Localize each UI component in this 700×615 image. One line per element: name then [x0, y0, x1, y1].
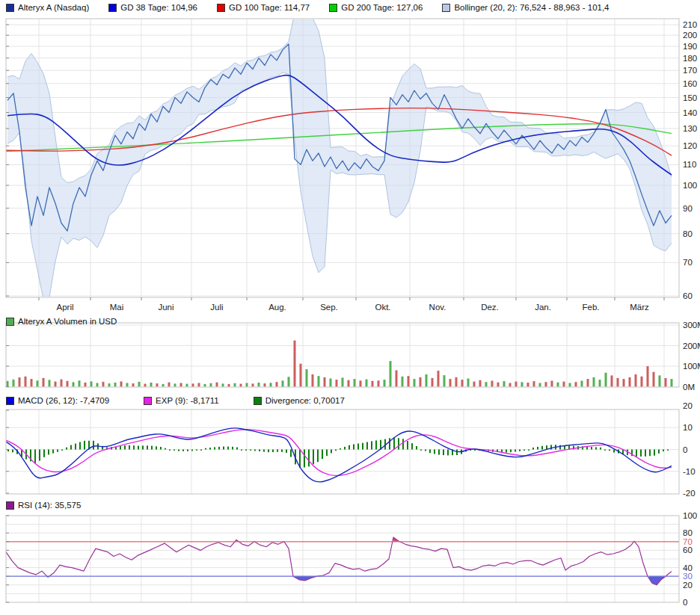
legend-label: MACD (26, 12): -7,4709 — [18, 396, 109, 405]
y-axis-tick-label: 170 — [683, 66, 697, 75]
y-axis-tick-label: 20 — [683, 581, 693, 590]
legend-label: GD 100 Tage: 114,77 — [229, 3, 310, 12]
legend-label: Divergence: 0,70017 — [265, 396, 345, 405]
legend-label: Alteryx A Volumen in USD — [18, 317, 117, 326]
y-axis-tick-label: -20 — [683, 489, 696, 498]
y-axis-tick-label: 0 — [683, 445, 687, 454]
y-axis-tick-label: 0M — [683, 383, 695, 392]
volume-swatch-icon — [6, 318, 14, 326]
y-axis-tick-label: 120 — [683, 141, 697, 150]
legend-label: GD 200 Tage: 127,06 — [341, 3, 423, 12]
y-axis-tick-label: 130 — [683, 124, 697, 133]
legend-label: GD 38 Tage: 104,96 — [120, 3, 197, 12]
legend-label: RSI (14): 35,575 — [18, 501, 81, 510]
x-axis-month-label: Jan. — [535, 303, 551, 312]
y-axis-tick-label: 40 — [683, 563, 693, 572]
legend-label: Bollinger (20, 2): 76,524 - 88,963 - 101… — [454, 3, 609, 12]
gd100-swatch-icon — [217, 4, 225, 12]
y-axis-tick-label: 300M — [683, 321, 700, 330]
macd-swatch-icon — [6, 397, 14, 405]
y-axis-tick-label: 0 — [683, 598, 687, 607]
legend-item-gd100: GD 100 Tage: 114,77 — [217, 3, 310, 12]
legend-item-bollinger: Bollinger (20, 2): 76,524 - 88,963 - 101… — [442, 3, 609, 12]
y-axis-tick-label: 190 — [683, 42, 697, 51]
y-axis-tick-label: 140 — [683, 108, 697, 117]
price-panel-legend: Alteryx A (Nasdaq) GD 38 Tage: 104,96 GD… — [6, 3, 610, 12]
y-axis-tick-label: 90 — [683, 204, 693, 213]
x-axis-month-label: Juli — [210, 303, 223, 312]
y-axis-tick-label: 60 — [683, 546, 693, 554]
y-axis-tick-label: 70 — [683, 537, 693, 546]
x-axis-month-label: Aug. — [268, 303, 286, 312]
y-axis-tick-label: 60 — [683, 291, 693, 300]
y-axis-tick-label: 80 — [683, 528, 693, 537]
y-axis-tick-label: 20 — [683, 401, 693, 410]
y-axis-tick-label: 70 — [683, 258, 693, 267]
rsi-panel-legend: RSI (14): 35,575 — [6, 501, 81, 510]
x-axis-month-label: April — [56, 303, 73, 312]
y-axis-tick-label: 100 — [683, 511, 697, 520]
x-axis-month-label: Mai — [110, 303, 124, 312]
y-axis-tick-label: -10 — [683, 467, 696, 476]
legend-item-gd38: GD 38 Tage: 104,96 — [108, 3, 197, 12]
legend-item-divergence: Divergence: 0,70017 — [254, 396, 345, 405]
legend-item-price: Alteryx A (Nasdaq) — [6, 3, 89, 12]
y-axis-tick-label: 150 — [683, 93, 697, 102]
exp-swatch-icon — [144, 397, 152, 405]
x-axis-month-label: Sep. — [320, 303, 338, 312]
y-axis-tick-label: 210 — [683, 20, 697, 29]
x-axis-month-label: Nov. — [429, 303, 446, 312]
stock-analysis-chart: 2102001901801701601501401301201101009080… — [0, 0, 700, 615]
gd38-swatch-icon — [108, 4, 117, 12]
y-axis-tick-label: 200 — [683, 31, 697, 40]
price-swatch-icon — [6, 4, 14, 12]
legend-label: EXP (9): -8,1711 — [156, 396, 219, 405]
y-axis-tick-label: 110 — [683, 160, 696, 169]
legend-label: Alteryx A (Nasdaq) — [18, 3, 89, 12]
x-axis-month-labels: AprilMaiJuniJuliAug.Sep.Okt.Nov.Dez.Jan.… — [56, 303, 649, 312]
y-axis-tick-label: 10 — [683, 423, 693, 432]
bollinger-swatch-icon — [442, 4, 450, 12]
x-axis-month-label: Feb. — [582, 303, 599, 312]
y-axis-tick-label: 100M — [683, 362, 700, 371]
y-axis-tick-label: 160 — [683, 79, 697, 88]
rsi-swatch-icon — [6, 501, 14, 510]
x-axis-month-label: Dez. — [481, 303, 499, 312]
y-axis-tick-label: 30 — [683, 572, 693, 581]
x-axis-month-label: Okt. — [375, 303, 390, 312]
volume-panel-legend: Alteryx A Volumen in USD — [6, 317, 117, 326]
divergence-swatch-icon — [254, 397, 262, 405]
legend-item-rsi: RSI (14): 35,575 — [6, 501, 81, 510]
x-axis-month-label: Juni — [158, 303, 174, 312]
y-axis-tick-label: 80 — [683, 229, 693, 238]
gd200-swatch-icon — [329, 4, 337, 12]
legend-item-volume: Alteryx A Volumen in USD — [6, 317, 117, 326]
y-axis-tick-label: 180 — [683, 54, 697, 63]
legend-item-gd200: GD 200 Tage: 127,06 — [329, 3, 423, 12]
y-axis-tick-label: 200M — [683, 342, 700, 350]
y-axis-tick-label: 100 — [683, 181, 697, 190]
x-axis-month-label: März — [630, 303, 649, 312]
legend-item-exp: EXP (9): -8,1711 — [144, 396, 219, 405]
legend-item-macd: MACD (26, 12): -7,4709 — [6, 396, 109, 405]
macd-panel-legend: MACD (26, 12): -7,4709 EXP (9): -8,1711 … — [6, 396, 345, 405]
